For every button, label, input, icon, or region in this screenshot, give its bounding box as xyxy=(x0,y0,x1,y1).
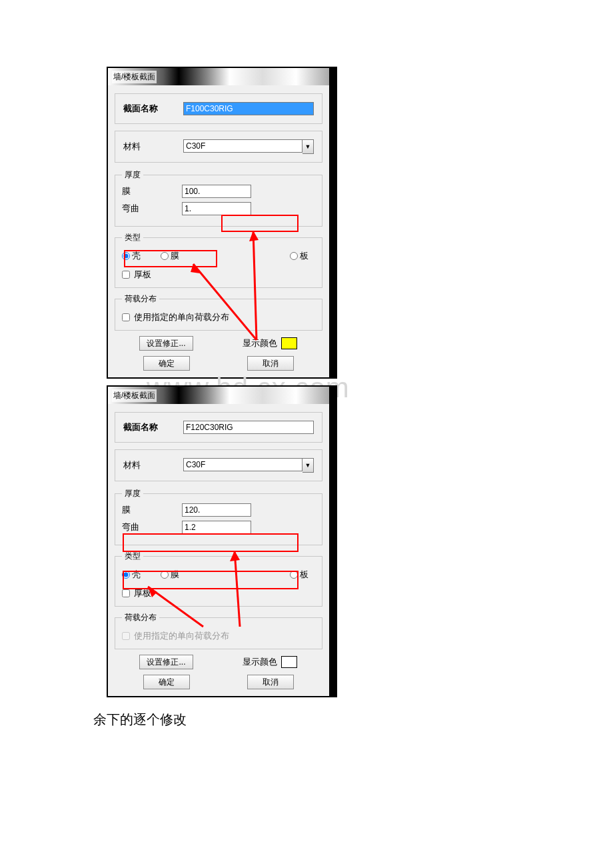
section-name-box: 截面名称 xyxy=(115,412,322,443)
section-name-input[interactable] xyxy=(183,102,314,115)
radio-membrane-input[interactable] xyxy=(161,252,169,260)
section-name-box: 截面名称 xyxy=(115,93,322,124)
load-checkbox[interactable] xyxy=(122,313,130,321)
thick-plate-label: 厚板 xyxy=(134,587,151,599)
radio-plate[interactable]: 板 xyxy=(290,250,308,262)
thick-plate-checkbox[interactable] xyxy=(122,589,130,597)
color-swatch[interactable] xyxy=(281,337,297,349)
ok-button[interactable]: 确定 xyxy=(143,356,190,371)
load-legend: 荷载分布 xyxy=(122,612,159,623)
load-group: 荷载分布 使用指定的单向荷载分布 xyxy=(115,293,322,331)
membrane-label: 膜 xyxy=(122,185,182,197)
load-checkbox-label: 使用指定的单向荷载分布 xyxy=(134,311,229,323)
thickness-legend: 厚度 xyxy=(122,488,143,499)
radio-shell[interactable]: 壳 xyxy=(122,569,141,581)
section-name-label: 截面名称 xyxy=(123,421,183,433)
display-color-label: 显示颜色 xyxy=(243,337,277,349)
bending-input[interactable] xyxy=(182,521,251,534)
material-label: 材料 xyxy=(123,141,183,153)
radio-shell-input[interactable] xyxy=(122,252,130,260)
dialog-wall-slab-section-1: 墙/楼板截面 截面名称 材料 ▼ xyxy=(107,67,330,379)
thickness-group: 厚度 膜 弯曲 xyxy=(115,169,322,227)
load-checkbox-label: 使用指定的单向荷载分布 xyxy=(134,630,229,642)
dropdown-icon[interactable]: ▼ xyxy=(303,458,314,473)
radio-plate-input[interactable] xyxy=(290,252,298,260)
cancel-button[interactable]: 取消 xyxy=(247,675,294,689)
shadow xyxy=(330,385,337,697)
color-swatch[interactable] xyxy=(281,656,297,668)
dropdown-icon[interactable]: ▼ xyxy=(303,139,314,154)
load-legend: 荷载分布 xyxy=(122,293,159,305)
radio-membrane[interactable]: 膜 xyxy=(161,250,179,262)
membrane-label: 膜 xyxy=(122,504,182,516)
type-group: 类型 壳 膜 板 厚板 xyxy=(115,232,322,288)
material-label: 材料 xyxy=(123,459,183,471)
set-modifiers-button[interactable]: 设置修正... xyxy=(139,336,193,351)
footer-text: 余下的逐个修改 xyxy=(93,711,613,729)
material-box: 材料 ▼ xyxy=(115,449,322,481)
radio-plate-input[interactable] xyxy=(290,571,298,579)
bending-label: 弯曲 xyxy=(122,203,182,215)
material-select[interactable] xyxy=(183,139,303,153)
material-select[interactable] xyxy=(183,458,303,471)
radio-membrane-input[interactable] xyxy=(161,571,169,579)
thickness-legend: 厚度 xyxy=(122,169,143,181)
radio-shell[interactable]: 壳 xyxy=(122,250,141,262)
display-color-label: 显示颜色 xyxy=(243,656,277,668)
load-checkbox[interactable] xyxy=(122,632,130,640)
radio-shell-input[interactable] xyxy=(122,571,130,579)
load-group: 荷载分布 使用指定的单向荷载分布 xyxy=(115,612,322,649)
dialog-wall-slab-section-2: 墙/楼板截面 截面名称 材料 ▼ xyxy=(107,385,330,697)
type-legend: 类型 xyxy=(122,551,143,562)
section-name-input[interactable] xyxy=(183,421,314,434)
thick-plate-checkbox[interactable] xyxy=(122,271,130,279)
set-modifiers-button[interactable]: 设置修正... xyxy=(139,655,193,669)
shadow xyxy=(330,67,337,379)
membrane-input[interactable] xyxy=(182,185,251,198)
material-box: 材料 ▼ xyxy=(115,131,322,163)
type-legend: 类型 xyxy=(122,232,143,243)
titlebar: 墙/楼板截面 xyxy=(108,68,329,85)
type-group: 类型 壳 膜 板 厚板 xyxy=(115,551,322,607)
radio-plate[interactable]: 板 xyxy=(290,569,308,581)
titlebar: 墙/楼板截面 xyxy=(108,387,329,404)
membrane-input[interactable] xyxy=(182,503,251,517)
radio-membrane[interactable]: 膜 xyxy=(161,569,179,581)
cancel-button[interactable]: 取消 xyxy=(247,356,294,371)
thick-plate-label: 厚板 xyxy=(134,269,151,281)
thickness-group: 厚度 膜 弯曲 xyxy=(115,488,322,545)
bending-input[interactable] xyxy=(182,202,251,215)
bending-label: 弯曲 xyxy=(122,521,182,533)
dialog-title: 墙/楼板截面 xyxy=(112,71,157,83)
dialog-title: 墙/楼板截面 xyxy=(112,389,157,402)
ok-button[interactable]: 确定 xyxy=(143,675,190,689)
section-name-label: 截面名称 xyxy=(123,103,183,115)
